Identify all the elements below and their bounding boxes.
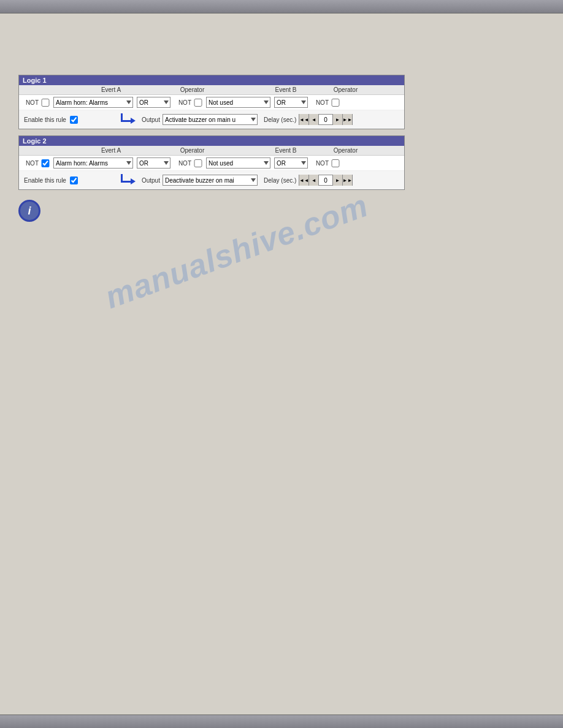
logic1-not2-label: NOT [174, 99, 191, 106]
logic1-enable-label: Enable this rule [24, 116, 66, 123]
logic2-arrow-icon [121, 174, 136, 186]
col2-notc [369, 147, 402, 154]
logic2-not2-label: NOT [174, 160, 191, 167]
logic1-operatora-dropdown[interactable]: OR AND [137, 97, 170, 108]
logic1-output-dropdown[interactable]: Activate buzzer on main u Deactivate buz… [163, 114, 258, 125]
logic2-header: Logic 2 [19, 136, 404, 146]
logic1-delay-label: Delay (sec.) [264, 116, 296, 123]
col2-eventb: Event B [249, 147, 323, 154]
logic1-not1-checkbox[interactable] [40, 99, 51, 107]
col2-not1 [19, 147, 53, 154]
info-icon-symbol: i [28, 205, 31, 218]
bottom-bar [0, 715, 563, 728]
col2-eventa: Evert A [53, 147, 169, 154]
logic2-delay-value: 0 [319, 177, 332, 184]
logic1-delay-fwd-btn[interactable]: ► [332, 114, 342, 125]
info-icon: i [18, 200, 40, 222]
logic1-header: Logic 1 [19, 75, 404, 85]
logic1-arrow-icon [121, 113, 136, 126]
logic2-not3-label: NOT [312, 160, 329, 167]
logic1-operatorb-dropdown[interactable]: OR AND [274, 97, 308, 108]
logic2-delay-back-btn[interactable]: ◄ [309, 175, 319, 186]
col-op1b: Operator [323, 86, 369, 93]
logic1-delay-back-btn[interactable]: ◄ [309, 114, 319, 125]
logic2-enable-checkbox[interactable] [70, 176, 78, 184]
logic1-col-headers: Evert A Operator Event B Operator [19, 85, 404, 95]
logic2-eventa-dropdown[interactable]: Alarm horn: Alarms Not used [53, 157, 133, 169]
logic2-block: Logic 2 Evert A Operator Event B Operato… [18, 135, 405, 190]
logic2-eventb-dropdown[interactable]: Not used Alarm horn: Alarms [206, 157, 270, 169]
logic1-enable-checkbox[interactable] [70, 116, 78, 124]
logic2-not1-checkbox[interactable] [40, 159, 51, 167]
logic2-output-label: Output [142, 177, 160, 184]
logic2-title: Logic 2 [23, 137, 47, 145]
col-eventa1: Evert A [53, 86, 169, 93]
col2-not1b [215, 147, 249, 154]
logic2-enable-label: Enable this rule [24, 177, 66, 184]
col-op1a: Operator [169, 86, 215, 93]
logic1-not3-label: NOT [312, 99, 329, 106]
logic1-block: Logic 1 Evert A Operator Event B Operato… [18, 75, 405, 129]
logic2-operatorb-dropdown[interactable]: OR AND [274, 157, 308, 169]
logic1-output-label: Output [142, 116, 160, 123]
logic1-not2-checkbox[interactable] [193, 99, 204, 107]
logic2-delay-back-back-btn[interactable]: ◄◄ [299, 175, 309, 186]
col2-op1a: Operator [169, 147, 215, 154]
logic2-not1-label: NOT [21, 160, 39, 167]
logic2-delay-fwd-fwd-btn[interactable]: ►► [342, 175, 352, 186]
col-not1b [215, 86, 249, 93]
logic1-eventa-dropdown[interactable]: Alarm horn: Alarms Not used [53, 97, 133, 108]
logic1-title: Logic 1 [23, 77, 47, 84]
logic1-delay-controls: ◄◄ ◄ 0 ► ►► [299, 114, 353, 125]
logic2-not2-checkbox[interactable] [193, 159, 204, 167]
logic2-enable-row: Enable this rule Output Deactivate buzze… [19, 171, 404, 189]
logic2-arrowhead [131, 178, 136, 184]
logic2-delay-fwd-btn[interactable]: ► [332, 175, 342, 186]
logic2-data-row: NOT Alarm horn: Alarms Not used OR AND N… [19, 156, 404, 171]
logic1-arrowhead [131, 118, 136, 124]
logic1-not3-checkbox[interactable] [330, 99, 341, 107]
col-notc1 [369, 86, 402, 93]
col-eventb1: Event B [249, 86, 323, 93]
col-not1 [19, 86, 53, 93]
logic2-output-dropdown[interactable]: Deactivate buzzer on mai Activate buzzer… [163, 175, 258, 186]
logic1-enable-row: Enable this rule Output Activate buzzer … [19, 110, 404, 129]
logic2-delay-label: Delay (sec.) [264, 177, 296, 184]
logic1-eventb-dropdown[interactable]: Not used Alarm horn: Alarms [206, 97, 270, 108]
logic2-operatora-dropdown[interactable]: OR AND [137, 157, 170, 169]
logic1-not1-label: NOT [21, 99, 39, 106]
logic2-not3-checkbox[interactable] [330, 159, 341, 167]
logic1-delay-back-back-btn[interactable]: ◄◄ [299, 114, 309, 125]
logic2-delay-controls: ◄◄ ◄ 0 ► ►► [299, 175, 353, 186]
logic2-col-headers: Evert A Operator Event B Operator [19, 146, 404, 156]
logic1-delay-fwd-fwd-btn[interactable]: ►► [342, 114, 352, 125]
top-bar [0, 0, 563, 13]
logic1-delay-value: 0 [319, 116, 332, 123]
col2-op1b: Operator [323, 147, 369, 154]
logic1-data-row: NOT Alarm horn: Alarms Not used OR AND N… [19, 95, 404, 110]
